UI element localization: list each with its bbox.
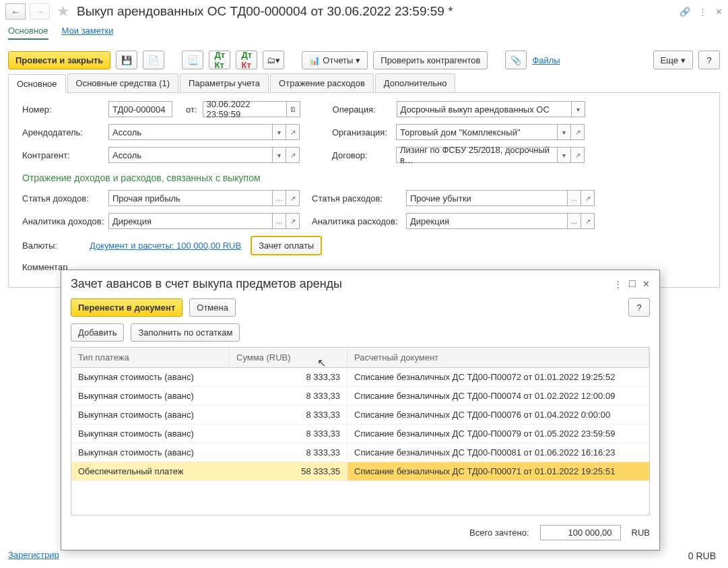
close-icon[interactable]: ✕ xyxy=(715,7,723,17)
cell-type: Выкупная стоимость (аванс) xyxy=(71,368,230,386)
chevron-down-icon[interactable]: ▾ xyxy=(572,101,585,117)
cell-doc: Списание безналичных ДС ТД00-П00076 от 0… xyxy=(348,406,649,424)
total-offset-label: Всего зачтено: xyxy=(469,528,529,538)
files-link[interactable]: Файлы xyxy=(532,55,560,65)
dtkt-red-icon[interactable]: ДтКт xyxy=(236,51,257,69)
offset-dialog: Зачет авансов в счет выкупа предметов ар… xyxy=(61,270,660,550)
chevron-down-icon[interactable]: ▾ xyxy=(273,147,286,163)
lessor-input[interactable]: Ассоль xyxy=(108,124,273,140)
offset-payment-button[interactable]: Зачет оплаты xyxy=(251,236,322,255)
help-button[interactable]: ? xyxy=(698,51,720,69)
tab-assets[interactable]: Основные средства (1) xyxy=(67,73,179,92)
tab-main[interactable]: Основное xyxy=(8,74,66,93)
help-button[interactable]: ? xyxy=(628,298,650,317)
cell-type: Обеспечительный платеж xyxy=(71,462,230,480)
open-ref-icon[interactable]: ↗ xyxy=(581,213,595,229)
cell-sum: 8 333,33 xyxy=(230,424,348,443)
ellipsis-icon[interactable]: … xyxy=(568,190,581,206)
reports-button[interactable]: 📊 Отчеты ▾ xyxy=(302,51,368,69)
open-ref-icon[interactable]: ↗ xyxy=(286,190,300,206)
tab-params[interactable]: Параметры учета xyxy=(180,73,269,92)
open-ref-icon[interactable]: ↗ xyxy=(286,147,300,163)
from-label: от: xyxy=(186,104,197,115)
window-title: Выкуп арендованных ОС ТД00-000004 от 30.… xyxy=(77,4,453,19)
table-row[interactable]: Выкупная стоимость (аванс)8 333,33Списан… xyxy=(71,387,649,406)
table-row[interactable]: Выкупная стоимость (аванс)8 333,33Списан… xyxy=(71,424,649,443)
check-counterparties-button[interactable]: Проверить контрагентов xyxy=(373,51,488,69)
move-to-doc-button[interactable]: Перенести в документ xyxy=(71,298,183,317)
col-type[interactable]: Тип платежа xyxy=(71,348,230,367)
income-item-input[interactable]: Прочая прибыль xyxy=(108,190,273,206)
post-icon[interactable]: 📄 xyxy=(143,51,164,69)
cell-sum: 58 333,35 xyxy=(230,462,348,480)
open-ref-icon[interactable]: ↗ xyxy=(581,190,595,206)
table-row[interactable]: Выкупная стоимость (аванс)8 333,33Списан… xyxy=(71,443,649,462)
col-sum[interactable]: Сумма (RUB) xyxy=(230,348,348,367)
open-ref-icon[interactable]: ↗ xyxy=(571,124,585,140)
currency-link[interactable]: Документ и расчеты: 100 000,00 RUB xyxy=(90,241,241,251)
page-total-rub: 0 RUB xyxy=(688,550,716,561)
tab-expenses[interactable]: Отражение расходов xyxy=(270,73,374,92)
cpty-input[interactable]: Ассоль xyxy=(108,147,273,163)
payments-grid[interactable]: Тип платежа Сумма (RUB) Расчетный докуме… xyxy=(71,347,650,515)
chevron-down-icon[interactable]: ▾ xyxy=(558,124,571,140)
table-row[interactable]: Выкупная стоимость (аванс)8 333,33Списан… xyxy=(71,406,649,424)
income-item-label: Статья доходов: xyxy=(22,193,108,203)
chevron-down-icon[interactable]: ▾ xyxy=(558,147,571,163)
cell-sum: 8 333,33 xyxy=(230,368,348,386)
chevron-down-icon[interactable]: ▾ xyxy=(273,124,286,140)
cell-doc: Списание безналичных ДС ТД00-П00081 от 0… xyxy=(348,443,649,462)
attach-icon[interactable]: 📎 xyxy=(505,51,527,69)
tab-extra[interactable]: Дополнительно xyxy=(375,73,456,92)
lessor-label: Арендодатель: xyxy=(22,127,108,137)
register-link[interactable]: Зарегистрир xyxy=(8,550,59,560)
close-icon[interactable]: ✕ xyxy=(642,279,650,289)
org-input[interactable]: Торговый дом "Комплексный" xyxy=(396,124,558,140)
open-ref-icon[interactable]: ↗ xyxy=(571,147,585,163)
nav-main[interactable]: Основное xyxy=(8,26,48,40)
date-picker-icon[interactable]: 🗓 xyxy=(287,101,300,117)
cell-type: Выкупная стоимость (аванс) xyxy=(71,406,230,424)
number-label: Номер: xyxy=(22,104,108,115)
add-row-button[interactable]: Добавить xyxy=(71,323,124,342)
ellipsis-icon[interactable]: … xyxy=(568,213,581,229)
cancel-button[interactable]: Отмена xyxy=(189,298,236,317)
link-icon[interactable]: 🔗 xyxy=(680,7,690,17)
doc-icon[interactable]: 📃 xyxy=(182,51,203,69)
cell-type: Выкупная стоимость (аванс) xyxy=(71,424,230,443)
fill-by-balances-button[interactable]: Заполнить по остаткам xyxy=(131,323,240,342)
ellipsis-icon[interactable]: … xyxy=(273,190,286,206)
kebab-icon[interactable]: ⋮ xyxy=(614,279,622,289)
date-input[interactable]: 30.06.2022 23:59:59 xyxy=(203,101,287,117)
nav-back-button[interactable]: ← xyxy=(5,3,26,20)
cell-sum: 8 333,33 xyxy=(230,387,348,405)
kebab-icon[interactable]: ⋮ xyxy=(698,7,707,17)
table-row[interactable]: Обеспечительный платеж58 333,35Списание … xyxy=(71,462,649,481)
operation-select[interactable]: Досрочный выкуп арендованных ОС xyxy=(397,101,572,117)
currency-label: Валюты: xyxy=(22,241,90,251)
number-input[interactable]: ТД00-000004 xyxy=(108,101,172,117)
favorite-star-icon[interactable]: ★ xyxy=(57,3,70,20)
create-based-on-icon[interactable]: 🗂▾ xyxy=(263,51,284,69)
post-and-close-button[interactable]: Провести и закрыть xyxy=(8,51,110,69)
nav-forward-button[interactable]: → xyxy=(30,3,50,20)
cell-sum: 8 333,33 xyxy=(230,406,348,424)
maximize-icon[interactable] xyxy=(629,279,636,289)
open-ref-icon[interactable]: ↗ xyxy=(286,124,300,140)
table-row[interactable]: Выкупная стоимость (аванс)8 333,33Списан… xyxy=(71,368,649,387)
contract-label: Договор: xyxy=(332,150,396,160)
dialog-title: Зачет авансов в счет выкупа предметов ар… xyxy=(71,277,342,291)
nav-notes[interactable]: Мои заметки xyxy=(62,26,114,40)
dtkt-green-icon[interactable]: ДтКт xyxy=(209,51,230,69)
col-doc[interactable]: Расчетный документ xyxy=(348,348,649,367)
cpty-label: Контрагент: xyxy=(22,150,108,160)
ellipsis-icon[interactable]: … xyxy=(273,213,286,229)
income-analytics-input[interactable]: Дирекция xyxy=(108,213,273,229)
expense-item-input[interactable]: Прочие убытки xyxy=(406,190,568,206)
more-button[interactable]: Еще ▾ xyxy=(653,51,693,69)
open-ref-icon[interactable]: ↗ xyxy=(286,213,300,229)
expense-analytics-input[interactable]: Дирекция xyxy=(406,213,568,229)
cell-doc: Списание безналичных ДС ТД00-П00079 от 0… xyxy=(348,424,649,443)
contract-input[interactable]: Лизинг по ФСБУ 25/2018, досрочный в… xyxy=(396,147,558,163)
save-icon[interactable]: 💾 xyxy=(116,51,137,69)
